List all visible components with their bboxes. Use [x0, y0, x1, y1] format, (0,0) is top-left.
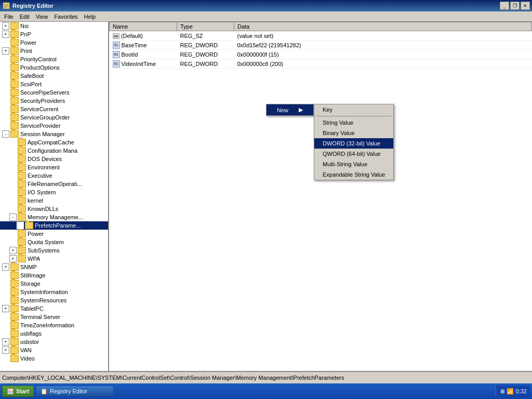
submenu-item-qword[interactable]: QWORD (64-bit) Value	[314, 149, 393, 159]
submenu-item-dword[interactable]: DWORD (32-bit) Value	[314, 138, 393, 149]
tree-item-securityproviders[interactable]: SecurityProviders	[0, 97, 108, 105]
menu-view[interactable]: View	[33, 12, 51, 21]
tree-item-usbstor[interactable]: +usbstor	[0, 338, 108, 346]
svg-rect-2	[4, 6, 8, 7]
tree-item-environment[interactable]: Environment	[0, 163, 108, 171]
reg-dword-icon: 01	[113, 51, 120, 58]
tree-item-label: usbstor	[20, 339, 39, 345]
menu-new[interactable]: New ▶	[267, 104, 313, 115]
tree-expand-icon[interactable]: -	[9, 214, 17, 221]
menu-file[interactable]: File	[1, 12, 17, 21]
cell-type: REG_SZ	[177, 31, 234, 41]
table-row[interactable]: ab(Default)REG_SZ(value not set)	[110, 31, 532, 41]
tree-item-tabletpc[interactable]: +TabletPC	[0, 304, 108, 313]
tree-item-power[interactable]: Power	[0, 38, 108, 47]
tree-item-scsiport[interactable]: ScsiPort	[0, 80, 108, 88]
tree-item-prefetchparame[interactable]: PrefetchParame...	[0, 221, 108, 230]
menu-favorites[interactable]: Favorites	[51, 12, 81, 21]
minimize-button[interactable]: _	[500, 2, 509, 10]
tree-item-serviceprovider[interactable]: ServiceProvider	[0, 122, 108, 130]
tree-item-quotasystem[interactable]: Quota System	[0, 238, 108, 246]
tree-item-configurationmana[interactable]: Configuration Mana	[0, 147, 108, 155]
tree-item-label: I/O System	[28, 189, 56, 195]
tree-item-terminalserver[interactable]: Terminal Server	[0, 313, 108, 321]
table-row[interactable]: 01BaseTimeREG_DWORD0x0d15ef22 (219541282…	[110, 41, 532, 50]
tree-expand-icon[interactable]: +	[2, 47, 9, 55]
tree-item-systeminformation[interactable]: SystemInformation	[0, 288, 108, 296]
col-name[interactable]: Name	[110, 22, 177, 31]
tree-item-sessionmanager[interactable]: -Session Manager	[0, 130, 108, 138]
menu-help[interactable]: Help	[81, 12, 99, 21]
close-button[interactable]: ✕	[521, 2, 530, 10]
tree-expand-icon[interactable]: +	[2, 338, 9, 345]
main-content: +Nsi+PnPPower+PrintPriorityControlProduc…	[0, 22, 532, 371]
tree-expand-icon[interactable]: +	[2, 31, 9, 38]
tree-item-label: ScsiPort	[20, 81, 42, 87]
reg-string-icon: ab	[113, 33, 119, 39]
tree-item-productoptions[interactable]: ProductOptions	[0, 63, 108, 72]
context-menu[interactable]: New ▶	[266, 104, 314, 116]
tree-item-label: SafeBoot	[20, 73, 44, 79]
tree-expand-icon[interactable]: +	[9, 247, 17, 254]
menu-edit[interactable]: Edit	[17, 12, 33, 21]
tree-item-van[interactable]: +VAN	[0, 346, 108, 354]
tree-item-storage[interactable]: Storage	[0, 280, 108, 288]
submenu-item-multistring[interactable]: Multi-String Value	[314, 159, 393, 169]
tree-item-kernel[interactable]: kernel	[0, 196, 108, 205]
tree-item-wpa[interactable]: +WPA	[0, 255, 108, 263]
tree-item-print[interactable]: +Print	[0, 47, 108, 55]
tree-item-servicegrouporder[interactable]: ServiceGroupOrder	[0, 113, 108, 122]
tree-expand-icon[interactable]: +	[2, 305, 9, 312]
col-type[interactable]: Type	[177, 22, 234, 31]
tree-item-timezoneinformation[interactable]: TimeZoneInformation	[0, 321, 108, 329]
tree-item-iosystem[interactable]: I/O System	[0, 188, 108, 196]
tree-item-memorymanage[interactable]: -Memory Manageme...	[0, 213, 108, 221]
tree-item-systemresources[interactable]: SystemResources	[0, 296, 108, 304]
tree-item-video[interactable]: Video	[0, 354, 108, 363]
window-controls[interactable]: _ ❐ ✕	[500, 2, 530, 10]
tree-item-subsystems[interactable]: +SubSystems	[0, 246, 108, 255]
tree-expand-icon[interactable]: +	[2, 263, 9, 271]
tree-item-pnp[interactable]: +PnP	[0, 30, 108, 38]
tree-item-stillimage[interactable]: StillImage	[0, 271, 108, 280]
tree-item-executive[interactable]: Executive	[0, 171, 108, 180]
submenu-item-string[interactable]: String Value	[314, 117, 393, 128]
tree-item-dosdevices[interactable]: DOS Devices	[0, 155, 108, 163]
tree-expand-icon[interactable]: +	[9, 255, 17, 262]
start-label: Start	[16, 388, 29, 394]
tree-item-power2[interactable]: Power	[0, 230, 108, 238]
tree-item-usbflags[interactable]: usbflags	[0, 329, 108, 338]
tree-item-knowndlls[interactable]: KnownDLLs	[0, 205, 108, 213]
tree-item-servicecurrent[interactable]: ServiceCurrent	[0, 105, 108, 113]
col-data[interactable]: Data	[234, 22, 532, 31]
tree-expand-icon[interactable]: +	[2, 22, 9, 30]
tree-item-label: kernel	[28, 197, 43, 204]
table-row[interactable]: 01BootIdREG_DWORD0x0000000f (15)	[110, 50, 532, 59]
tree-item-securepipeservers[interactable]: SecurePipeServers	[0, 88, 108, 97]
status-bar: Computer\HKEY_LOCAL_MACHINE\SYSTEM\Curre…	[0, 371, 532, 383]
cell-type: REG_DWORD	[177, 59, 234, 69]
tree-expand-icon[interactable]: -	[2, 130, 9, 138]
tree-item-prioritycontrol[interactable]: PriorityControl	[0, 55, 108, 63]
taskbar-registry-editor[interactable]: 📋 Registry Editor	[36, 385, 114, 397]
tree-item-safeboot[interactable]: SafeBoot	[0, 72, 108, 80]
submenu-item-binary[interactable]: Binary Value	[314, 128, 393, 138]
submenu[interactable]: KeyString ValueBinary ValueDWORD (32-bit…	[314, 104, 394, 180]
submenu-item-expandable[interactable]: Expandable String Value	[314, 169, 393, 180]
tree-item-label: Print	[20, 48, 32, 54]
tree-item-nsi[interactable]: +Nsi	[0, 22, 108, 30]
tree-expand-placeholder	[2, 122, 9, 129]
start-button[interactable]: 🪟 Start	[2, 385, 34, 397]
tree-expand-placeholder	[9, 189, 17, 196]
restore-button[interactable]: ❐	[510, 2, 520, 10]
tree-item-label: Quota System	[28, 239, 64, 245]
folder-icon	[10, 89, 19, 96]
tree-expand-placeholder	[17, 222, 24, 229]
tree-expand-icon[interactable]: +	[2, 347, 9, 354]
tree-panel[interactable]: +Nsi+PnPPower+PrintPriorityControlProduc…	[0, 22, 109, 371]
submenu-item-key[interactable]: Key	[314, 104, 393, 115]
tree-item-appcompatcache[interactable]: AppCompatCache	[0, 138, 108, 147]
tree-item-snmp[interactable]: +SNMP	[0, 263, 108, 271]
tree-item-filerenameoperati[interactable]: FileRenameOperati...	[0, 180, 108, 188]
table-row[interactable]: 01VideoInitTimeREG_DWORD0x000000c8 (200)	[110, 59, 532, 69]
